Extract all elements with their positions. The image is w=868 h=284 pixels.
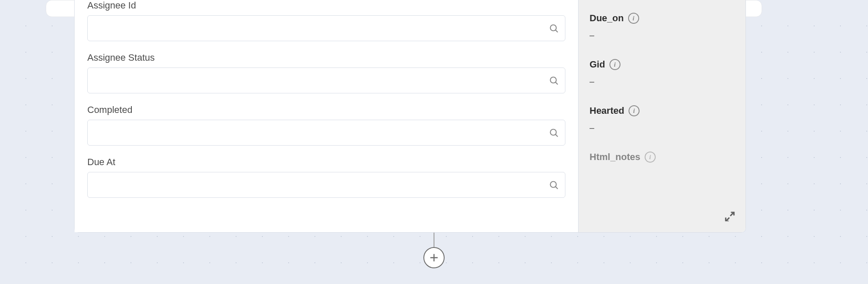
input-wrap (87, 15, 565, 41)
expand-icon[interactable] (723, 210, 736, 223)
input-wrap (87, 120, 565, 146)
output-label: Gid (590, 59, 605, 70)
field-label: Assignee Status (87, 52, 565, 63)
field-assignee-id: Assignee Id (87, 0, 565, 41)
input-wrap (87, 172, 565, 198)
search-icon[interactable] (543, 76, 565, 86)
svg-point-4 (551, 129, 556, 135)
output-item-html-notes: Html_notes i (590, 152, 734, 163)
output-value: – (590, 31, 734, 40)
svg-line-7 (556, 186, 558, 188)
field-label: Completed (87, 104, 565, 115)
field-label: Due At (87, 157, 565, 168)
step-card: Assignee Id Assignee Status Completed (74, 0, 746, 233)
svg-point-2 (551, 77, 556, 83)
search-icon[interactable] (543, 128, 565, 138)
due-at-input[interactable] (88, 172, 543, 197)
connector-line (434, 233, 434, 247)
assignee-id-input[interactable] (88, 16, 543, 41)
info-icon[interactable]: i (609, 59, 620, 70)
svg-line-5 (556, 134, 558, 136)
output-label: Hearted (590, 105, 624, 116)
completed-input[interactable] (88, 120, 543, 145)
info-icon[interactable]: i (645, 152, 656, 163)
output-label-row: Due_on i (590, 13, 734, 24)
field-label: Assignee Id (87, 0, 565, 11)
output-value: – (590, 123, 734, 133)
svg-point-6 (551, 181, 556, 187)
info-icon[interactable]: i (628, 13, 639, 24)
input-wrap (87, 67, 565, 93)
output-label: Html_notes (590, 152, 640, 163)
info-icon[interactable]: i (629, 105, 640, 116)
output-label-row: Gid i (590, 59, 734, 70)
output-label: Due_on (590, 13, 624, 24)
output-item-hearted: Hearted i – (590, 105, 734, 133)
add-step-button[interactable] (423, 247, 445, 268)
search-icon[interactable] (543, 23, 565, 34)
svg-point-0 (551, 25, 556, 31)
search-icon[interactable] (543, 180, 565, 190)
output-label-row: Hearted i (590, 105, 734, 116)
output-item-gid: Gid i – (590, 59, 734, 87)
svg-line-3 (556, 82, 558, 84)
output-panel: Due_on i – Gid i – Hearted i – Html_note… (578, 0, 746, 232)
field-completed: Completed (87, 104, 565, 146)
field-due-at: Due At (87, 157, 565, 198)
output-label-row: Html_notes i (590, 152, 734, 163)
output-value: – (590, 77, 734, 87)
field-assignee-status: Assignee Status (87, 52, 565, 93)
svg-line-1 (556, 30, 558, 32)
form-panel: Assignee Id Assignee Status Completed (75, 0, 578, 232)
assignee-status-input[interactable] (88, 68, 543, 93)
output-item-due-on: Due_on i – (590, 13, 734, 40)
